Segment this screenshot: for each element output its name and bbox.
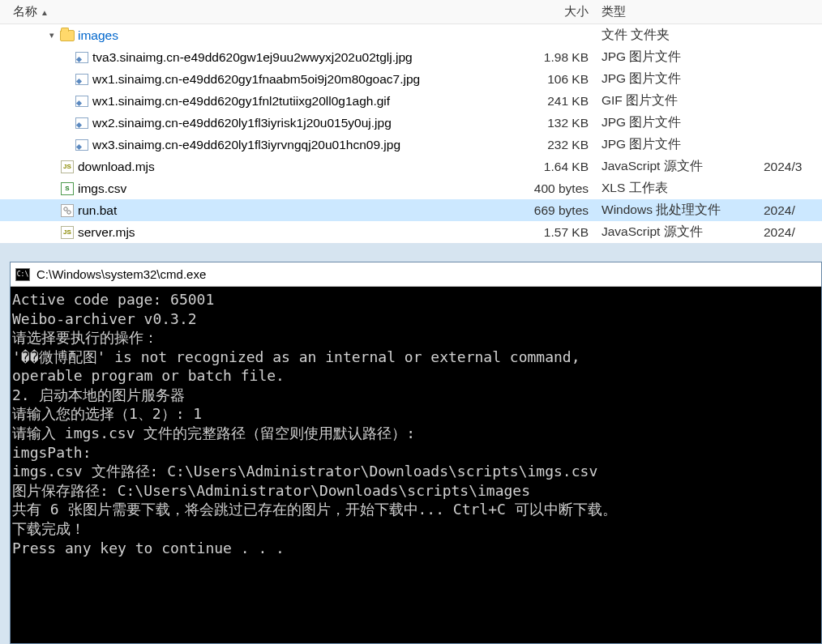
type-cell: Windows 批处理文件 [597,202,759,219]
size-cell: 400 bytes [516,181,597,196]
image-file-icon [75,50,89,65]
date-cell: 2024/ [759,203,822,218]
file-name-label: wx1.sinaimg.cn-e49dd620gy1fnaabm5oi9j20m… [92,72,420,87]
date-cell: 2024/ [759,225,822,240]
file-row[interactable]: wx1.sinaimg.cn-e49dd620gy1fnl2tutiixg20l… [0,90,822,112]
type-cell: JPG 图片文件 [597,114,759,131]
type-cell: JPG 图片文件 [597,70,759,87]
folder-icon [60,28,75,43]
size-cell: 241 KB [516,94,597,109]
column-headers: 名称▲ 大小 类型 [0,0,822,24]
image-file-icon [75,72,89,87]
size-cell: 232 KB [516,138,597,152]
placeholder-icon [47,184,57,194]
image-file-icon [75,116,89,130]
expand-collapse-icon[interactable]: ▾ [47,31,57,41]
size-cell: 132 KB [516,116,597,130]
file-name-label: download.mjs [78,160,155,174]
file-row[interactable]: JSserver.mjs1.57 KBJavaScript 源文件2024/ [0,221,822,243]
file-name-label: imgs.csv [78,181,126,196]
file-name-label: run.bat [78,203,117,218]
image-file-icon [75,94,89,109]
placeholder-icon [47,162,57,172]
type-cell: JPG 图片文件 [597,49,759,66]
sort-asc-icon: ▲ [41,8,49,17]
cmd-icon: C:\ [15,268,30,281]
file-name-label: wx3.sinaimg.cn-e49dd620ly1fl3iyrvngqj20u… [92,138,400,152]
placeholder-icon [47,206,57,215]
file-row[interactable]: JSdownload.mjs1.64 KBJavaScript 源文件2024/… [0,156,822,177]
file-row[interactable]: wx2.sinaimg.cn-e49dd620ly1fl3iyrisk1j20u… [0,112,822,134]
folder-row-images[interactable]: ▾ images 文件 文件夹 [0,24,822,46]
type-cell: JPG 图片文件 [597,136,759,153]
js-file-icon: JS [61,160,74,173]
type-cell: JavaScript 源文件 [597,224,759,241]
svg-point-1 [67,210,71,213]
type-cell: 文件 文件夹 [597,27,759,44]
column-header-type[interactable]: 类型 [597,4,759,19]
folder-name-label: images [78,28,118,43]
size-cell: 106 KB [516,72,597,87]
size-cell: 1.57 KB [516,225,597,240]
file-row[interactable]: wx1.sinaimg.cn-e49dd620gy1fnaabm5oi9j20m… [0,68,822,90]
file-name-label: wx2.sinaimg.cn-e49dd620ly1fl3iyrisk1j20u… [92,116,392,130]
js-file-icon: JS [61,226,74,239]
file-row[interactable]: tva3.sinaimg.cn-e49dd620gw1ej9uu2wwyxj20… [0,46,822,68]
image-file-icon [75,138,89,152]
csv-file-icon: S [61,182,74,195]
file-row[interactable]: run.bat669 bytesWindows 批处理文件2024/ [0,199,822,221]
size-cell: 669 bytes [516,203,597,218]
svg-point-0 [64,207,67,210]
size-cell: 1.98 KB [516,50,597,65]
placeholder-icon [47,228,57,237]
bat-file-icon [61,204,74,217]
date-cell: 2024/3 [759,160,822,174]
column-header-name[interactable]: 名称▲ [13,4,516,19]
file-name-label: wx1.sinaimg.cn-e49dd620gy1fnl2tutiixg20l… [92,94,390,109]
size-cell: 1.64 KB [516,160,597,174]
cmd-title-text: C:\Windows\system32\cmd.exe [36,267,206,281]
type-cell: XLS 工作表 [597,180,759,197]
cmd-output[interactable]: Active code page: 65001 Weibo-archiver v… [11,287,821,643]
file-row[interactable]: Simgs.csv400 bytesXLS 工作表 [0,177,822,199]
type-cell: GIF 图片文件 [597,92,759,109]
file-name-label: tva3.sinaimg.cn-e49dd620gw1ej9uu2wwyxj20… [92,50,413,65]
column-header-size[interactable]: 大小 [516,4,597,19]
file-explorer-pane: 名称▲ 大小 类型 ▾ images 文件 文件夹 tva3.sinaimg.c… [0,0,822,243]
cmd-titlebar[interactable]: C:\ C:\Windows\system32\cmd.exe [11,262,821,287]
cmd-window[interactable]: C:\ C:\Windows\system32\cmd.exe Active c… [10,262,822,644]
type-cell: JavaScript 源文件 [597,158,759,175]
file-row[interactable]: wx3.sinaimg.cn-e49dd620ly1fl3iyrvngqj20u… [0,134,822,156]
file-name-label: server.mjs [78,225,135,240]
